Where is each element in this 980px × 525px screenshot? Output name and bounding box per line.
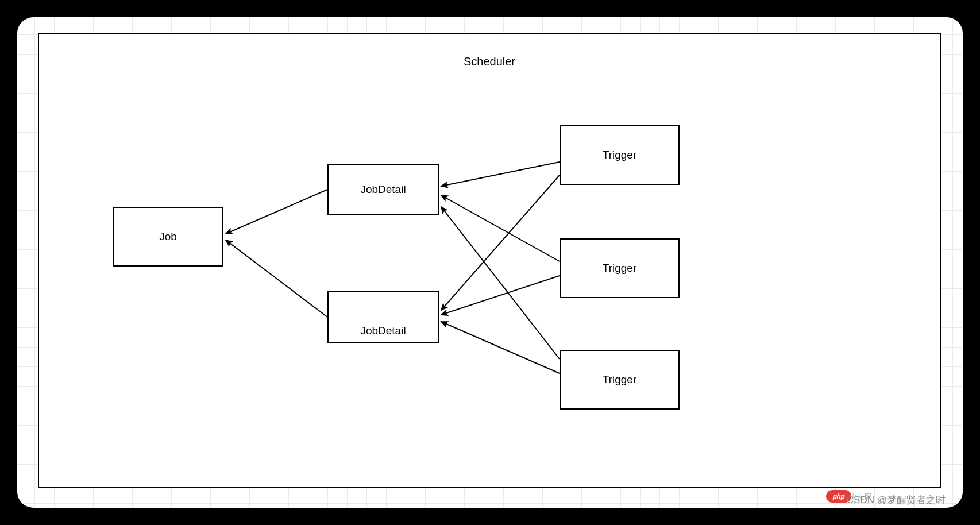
edge-t2-jd2	[441, 276, 560, 315]
edge-t3-jd2	[441, 322, 560, 373]
node-jobdetail-1-label: JobDetail	[360, 183, 406, 196]
edge-jd1-job	[226, 190, 327, 234]
node-job-label: Job	[159, 230, 177, 243]
scheduler-container: Scheduler Job JobDetail JobDetail Trigge…	[38, 33, 941, 488]
node-job: Job	[113, 207, 223, 267]
edge-t3-jd1	[441, 207, 560, 359]
node-trigger-2-label: Trigger	[603, 262, 636, 275]
node-jobdetail-2: JobDetail	[327, 291, 439, 343]
node-jobdetail-2-label: JobDetail	[360, 325, 406, 337]
edge-t2-jd1	[441, 195, 560, 261]
node-trigger-3: Trigger	[560, 350, 680, 410]
node-trigger-3-label: Trigger	[603, 373, 636, 386]
scheduler-title: Scheduler	[39, 55, 940, 68]
node-trigger-2: Trigger	[560, 238, 680, 298]
csdn-watermark: CSDN @梦醒贤者之时	[847, 493, 946, 507]
diagram-frame: Scheduler Job JobDetail JobDetail Trigge…	[17, 17, 963, 508]
node-trigger-1-label: Trigger	[603, 149, 636, 161]
node-jobdetail-1: JobDetail	[327, 164, 439, 215]
edge-jd2-job	[226, 240, 327, 317]
edge-t1-jd2	[441, 175, 560, 310]
node-trigger-1: Trigger	[560, 125, 680, 185]
edge-t1-jd1	[441, 162, 560, 186]
